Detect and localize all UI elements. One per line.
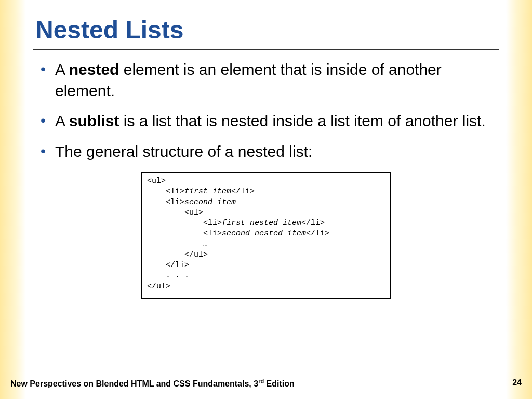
bullet-item: A sublist is a list that is nested insid… [35,111,497,132]
code-example: <ul> <li>first item</li> <li>second item… [141,172,391,299]
footer: New Perspectives on Blended HTML and CSS… [0,374,532,389]
code-text: first item [184,187,231,196]
book-title: New Perspectives on Blended HTML and CSS… [10,378,295,389]
bold-term: sublist [69,112,119,129]
code-line: <li> [147,229,222,238]
code-text: first nested item [222,219,301,228]
code-line: </li> [306,229,329,238]
text: is a list that is nested inside a list i… [119,112,485,129]
code-line: <li> [147,198,184,207]
text: The general structure of a nested list: [55,143,312,160]
code-line: </ul> [147,250,208,259]
code-line: </li> [301,219,325,228]
title-divider [33,49,499,50]
bold-term: nested [69,61,119,78]
text: Edition [264,379,295,388]
code-line: <li> [147,187,184,196]
text: New Perspectives on Blended HTML and CSS… [10,379,258,388]
code-line: </li> [231,187,255,196]
code-line: . . . [147,271,189,280]
text: A [55,61,69,78]
ordinal-suffix: rd [258,378,264,384]
text: A [55,112,69,129]
code-line: <ul> [147,208,203,217]
page-number: 24 [512,378,522,389]
bullet-item: A nested element is an element that is i… [35,59,497,101]
bullet-item: The general structure of a nested list: [35,141,497,163]
code-text: … [147,240,208,249]
code-line: </li> [147,261,189,270]
code-text: second item [184,198,236,207]
slide-body: Nested Lists A nested element is an elem… [0,0,532,399]
code-line: <li> [147,219,222,228]
slide-title: Nested Lists [35,16,497,49]
code-line: <ul> [147,177,166,185]
code-text: second nested item [222,229,306,238]
bullet-list: A nested element is an element that is i… [35,59,497,162]
code-line: </ul> [147,282,170,291]
